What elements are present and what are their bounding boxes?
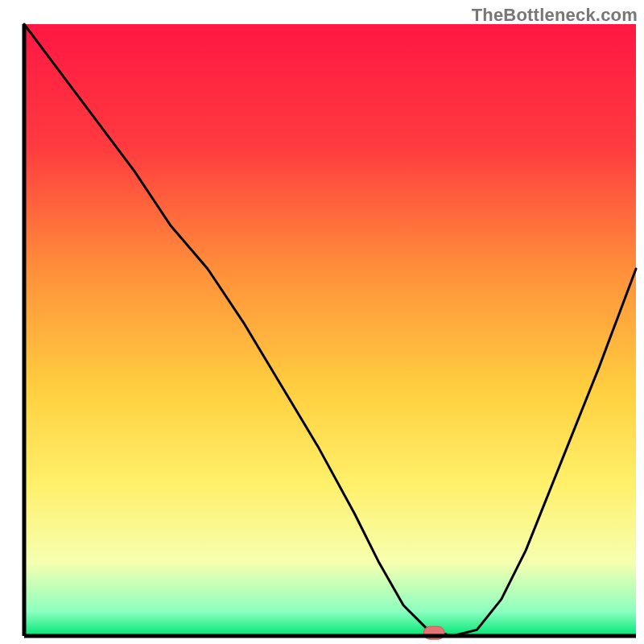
watermark-text: TheBottleneck.com <box>472 5 638 26</box>
chart-background-gradient <box>24 24 636 636</box>
chart-svg <box>0 0 644 644</box>
bottleneck-chart: TheBottleneck.com <box>0 0 644 644</box>
